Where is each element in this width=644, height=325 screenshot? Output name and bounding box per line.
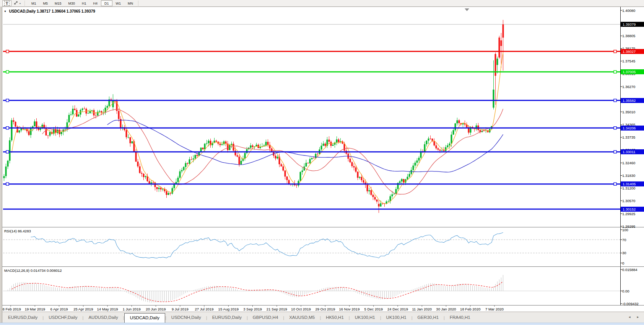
tab-usdcad-daily[interactable]: USDCAD,Daily [124, 313, 165, 323]
macd-axis-tick: 0.00 [622, 289, 629, 293]
macd-indicator-pane[interactable]: MACD(12,26,9) 0.014734 0.008012 0.015884… [0, 266, 644, 305]
x-axis-label: 20 Jun 2019 [146, 307, 166, 311]
timeframe-button-d1[interactable]: D1 [101, 0, 112, 6]
chart-symbol-label: USDCAD,Daily [9, 9, 36, 13]
y-axis-tick: 1.36270 [622, 85, 635, 89]
rsi-indicator-pane[interactable]: RSI(14) 86.4283 10070300 [0, 227, 644, 266]
y-axis-tick: 1.40080 [622, 8, 635, 13]
timeframe-button-h1[interactable]: H1 [78, 0, 90, 6]
tab-usdcnh-daily[interactable]: USDCNH,Daily [166, 314, 206, 321]
timeframe-button-mn[interactable]: MN [124, 0, 137, 6]
price-line-tag: 1.35582 [621, 98, 644, 103]
cursor-mode-icon [14, 1, 18, 6]
timeframe-button-w1[interactable]: W1 [112, 0, 125, 6]
chart-ohlc-values: 1.38717 1.39604 1.37065 1.39379 [37, 9, 95, 13]
x-axis-label: 9 Jul 2019 [172, 307, 189, 311]
x-axis-label: 7 Mar 2020 [485, 307, 504, 311]
tab-eurusd-daily[interactable]: EURUSD,Daily [207, 314, 247, 321]
toolbar-separator [138, 1, 140, 6]
tab-eurusd-daily[interactable]: EURUSD,Daily [3, 314, 42, 321]
x-axis-label: 25 Apr 2019 [73, 307, 93, 311]
tab-xauusd-m5[interactable]: XAUUSD,M5 [284, 314, 320, 321]
price-line-tag: 1.37005 [621, 69, 644, 74]
rsi-axis-tick: 100 [622, 228, 628, 232]
rsi-axis-tick: 30 [622, 251, 626, 255]
x-axis-label: 5 Dec 2019 [364, 307, 383, 311]
x-axis-label: 15 Aug 2019 [218, 307, 239, 311]
macd-axis-tick: -0.009432 [622, 302, 639, 306]
macd-label: MACD(12,26,9) 0.014734 0.008012 [4, 268, 62, 273]
time-axis: 28 Feb 201919 Mar 20196 Apr 201925 Apr 2… [0, 305, 644, 312]
price-chart-pane[interactable]: ▼ USDCAD,Daily 1.38717 1.39604 1.37065 1… [0, 7, 644, 227]
y-axis-tick: 1.37545 [622, 59, 635, 63]
y-axis-tick: 1.33735 [622, 135, 635, 139]
y-axis-tick: 1.31200 [622, 186, 635, 190]
cursor-mode-button[interactable]: ▼ [12, 0, 23, 6]
x-axis-label: 1 Jun 2019 [123, 307, 141, 311]
chevron-down-icon: ▼ [19, 2, 21, 5]
x-axis-label: 6 Apr 2019 [50, 307, 68, 311]
text-tool-button[interactable]: T [2, 0, 11, 6]
price-line-tag: 1.33011 [621, 149, 644, 154]
price-line-tag: 1.30152 [621, 207, 644, 212]
toolbar-separator [24, 1, 26, 6]
x-axis-label: 24 Dec 2019 [387, 307, 408, 311]
x-axis-label: 3 Sep 2019 [243, 307, 262, 311]
price-line-tag: 1.34206 [621, 126, 644, 131]
current-price-tag: 1.39379 [621, 22, 644, 27]
y-axis-tick: 1.30570 [622, 199, 635, 203]
text-tool-icon: T [4, 1, 10, 6]
chart-shift-marker [465, 8, 469, 11]
timeframe-button-m1[interactable]: M1 [28, 0, 40, 6]
rsi-axis-tick: 70 [622, 238, 626, 242]
y-axis-tick: 1.31830 [622, 173, 635, 178]
trading-platform-window: T ▼ M1M5M15M30H1H4D1W1MN ▼ USDCAD,Daily … [0, 0, 644, 325]
x-axis-label: 14 May 2019 [97, 307, 118, 311]
x-axis-label: 21 Sep 2019 [267, 307, 287, 311]
tab-audusd-daily[interactable]: AUDUSD,Daily [83, 314, 123, 321]
x-axis-label: 27 Jul 2019 [195, 307, 213, 311]
macd-plot [0, 267, 644, 305]
timeframe-button-group: M1M5M15M30H1H4D1W1MN [28, 0, 137, 6]
timeframe-button-m30[interactable]: M30 [65, 0, 79, 6]
chart-tab-bar: EURUSD,Daily|USDCHF,Daily|AUDUSD,Daily|U… [0, 312, 644, 323]
chart-dropdown-icon[interactable]: ▼ [4, 10, 7, 13]
x-axis-label: 10 Oct 2019 [291, 307, 311, 311]
window-left-border [0, 7, 2, 323]
rsi-plot [0, 227, 644, 266]
price-line-tag: 1.38027 [621, 49, 644, 54]
x-axis-label: 19 Mar 2019 [25, 307, 45, 311]
x-axis-label: 11 Jan 2020 [412, 307, 432, 311]
tab-usdchf-daily[interactable]: USDCHF,Daily [44, 314, 82, 321]
bottom-scroll-strip [0, 323, 644, 325]
x-axis-label: 29 Oct 2019 [315, 307, 335, 311]
timeframe-button-m5[interactable]: M5 [39, 0, 51, 6]
tab-ger30-h1[interactable]: GER30,H1 [413, 314, 444, 321]
tab-scroll-right-icon[interactable]: ► [636, 315, 639, 319]
chart-tabs: EURUSD,Daily|USDCHF,Daily|AUDUSD,Daily|U… [3, 312, 475, 323]
tab-scroll-left-icon[interactable]: ◄ [628, 315, 631, 319]
top-toolbar: T ▼ M1M5M15M30H1H4D1W1MN [0, 0, 644, 7]
macd-axis-tick: 0.015884 [622, 268, 637, 272]
tab-fra40-h1[interactable]: FRA40,H1 [445, 314, 475, 321]
timeframe-button-m15[interactable]: M15 [51, 0, 65, 6]
x-axis-label: 28 Feb 2019 [0, 307, 21, 311]
tab-hk50-h1[interactable]: HK50,H1 [321, 314, 349, 321]
rsi-axis-tick: 0 [622, 261, 624, 265]
x-axis-label: 30 Jan 2020 [436, 307, 456, 311]
timeframe-button-h4[interactable]: H4 [90, 0, 101, 6]
rsi-label: RSI(14) 86.4283 [4, 229, 31, 233]
chart-title: ▼ USDCAD,Daily 1.38717 1.39604 1.37065 1… [4, 9, 95, 13]
y-axis-tick: 1.35010 [622, 110, 635, 114]
tab-uk100-h1[interactable]: UK100,H1 [350, 314, 380, 321]
candlestick-plot[interactable] [0, 7, 644, 227]
tab-gbpusd-h4[interactable]: GBPUSD,H4 [248, 314, 283, 321]
x-axis-label: 18 Feb 2020 [460, 307, 480, 311]
y-axis-tick: 1.38805 [622, 34, 635, 38]
y-axis-tick: 1.32460 [622, 161, 635, 165]
tab-uk100-h1[interactable]: UK100,H1 [381, 314, 411, 321]
x-axis-label: 16 Nov 2019 [339, 307, 360, 311]
price-line-tag: 1.31405 [621, 181, 644, 186]
y-axis-tick: 1.29925 [622, 212, 635, 216]
